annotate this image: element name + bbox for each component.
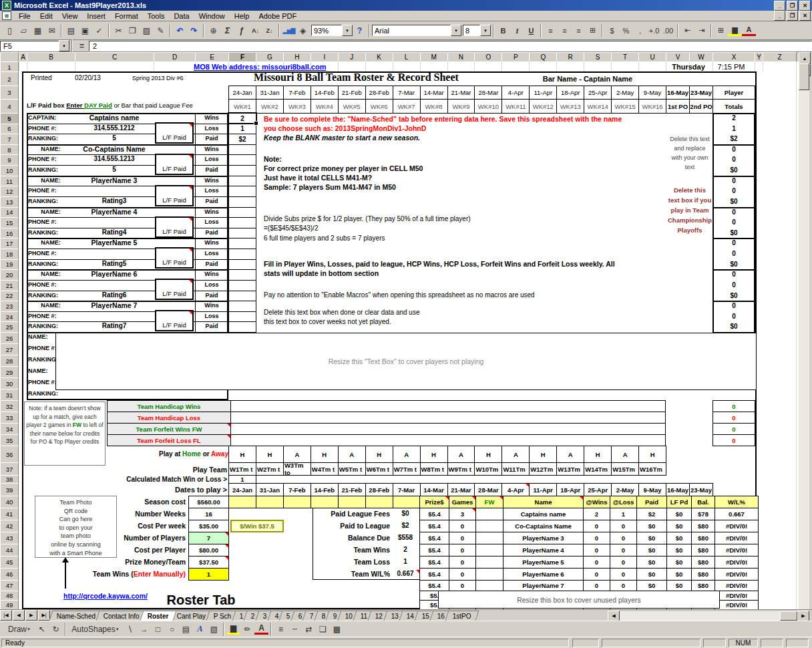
home-away-cell[interactable]: H (420, 446, 448, 463)
play-team-cell[interactable]: W7Tm t (393, 462, 421, 476)
column-header-U[interactable]: U (638, 52, 666, 62)
roster-table-cell[interactable]: 0 (449, 544, 476, 556)
print-icon[interactable]: ▤ (64, 24, 78, 37)
games-week-cell[interactable] (311, 496, 339, 508)
column-header-I[interactable]: I (311, 52, 339, 62)
hyperlink-icon[interactable]: ⊕ (206, 24, 220, 37)
roster-table-cell[interactable]: Co-Captains Name (503, 520, 584, 532)
format-painter-icon[interactable]: ✎ (154, 24, 168, 37)
row-header-18[interactable]: 18 (0, 249, 19, 260)
arrow-style-icon[interactable]: ⇄ (302, 623, 316, 636)
sheet-tab-name-sched[interactable]: Name-Sched (49, 611, 104, 621)
email-icon[interactable]: ✉ (45, 24, 59, 37)
menu-insert[interactable]: Insert (82, 11, 110, 21)
zoom-dropdown-icon[interactable]: ▼ (342, 25, 353, 36)
row-header-2[interactable]: 2 (0, 71, 19, 86)
align-center-button[interactable]: ≡ (558, 24, 572, 37)
clip-art-icon[interactable]: ▧ (207, 623, 221, 636)
home-away-cell[interactable]: H (228, 446, 256, 463)
week-entry-cell[interactable] (228, 207, 256, 218)
home-away-cell[interactable]: A (611, 446, 639, 463)
formula-input[interactable]: 2 (89, 41, 812, 51)
roster-table-cell[interactable]: $2 (636, 508, 667, 520)
menu-adobe-pdf[interactable]: Adobe PDF (254, 11, 301, 21)
select-objects-icon[interactable]: ↖ (35, 623, 49, 636)
roster-table-cell[interactable]: 0 (610, 520, 637, 532)
copy-icon[interactable]: ❐ (126, 24, 140, 37)
last-sheet-button[interactable]: ▶| (38, 610, 50, 621)
cost-value-cell[interactable]: $80.00 (188, 544, 229, 556)
row-header-7[interactable]: 7 (0, 134, 19, 145)
bold-button[interactable]: B (496, 24, 510, 37)
menu-help[interactable]: Help (230, 11, 254, 21)
row-header-34[interactable]: 34 (0, 423, 19, 435)
resize-players-textbox[interactable]: Resize this "Text Box" to cover players … (55, 333, 757, 390)
roster-table-cell[interactable]: 0 (583, 580, 610, 591)
print-preview-icon[interactable]: ▣ (78, 24, 92, 37)
play-team-cell[interactable]: W15Tm (611, 462, 639, 476)
vscroll-thumb[interactable] (799, 63, 809, 90)
home-away-cell[interactable]: A (501, 446, 530, 463)
row-header-32[interactable]: 32 (0, 400, 19, 412)
roster-table-cell[interactable]: PlayerName 3 (503, 532, 584, 544)
minimize-button[interactable]: _ (774, 1, 785, 11)
roster-table-cell[interactable]: $80 (691, 520, 715, 532)
lf-paid-box[interactable]: L/F Paid (155, 185, 194, 206)
roster-table-cell[interactable]: $5.4 (419, 580, 449, 591)
roster-table-cell[interactable]: $0 (636, 544, 667, 556)
column-header-D[interactable]: D (154, 52, 196, 62)
roster-table-cell[interactable]: 0 (449, 580, 476, 591)
roster-table-cell[interactable]: $80 (691, 544, 715, 556)
games-week-cell[interactable] (338, 496, 366, 508)
week-entry-cell[interactable] (228, 249, 256, 260)
cost-value-cell[interactable]: $35.00 (188, 520, 229, 532)
row-header-8[interactable]: 8 (0, 144, 19, 156)
title-bar[interactable]: X Microsoft Excel - Mast9Player2013.xls … (0, 0, 812, 11)
week-entry-cell[interactable] (228, 311, 256, 323)
week-entry-cell[interactable] (228, 321, 256, 333)
row-header-13[interactable]: 13 (0, 196, 19, 208)
column-header-G[interactable]: G (256, 52, 284, 62)
row-header-37[interactable]: 37 (0, 462, 19, 476)
autosum-icon[interactable]: Σ (220, 24, 234, 37)
week-entry-cell[interactable] (228, 238, 256, 249)
increase-decimal-button[interactable]: +.0 (647, 24, 661, 37)
save-icon[interactable]: ▦ (31, 24, 45, 37)
home-away-cell[interactable]: H (256, 446, 284, 463)
roster-table-cell[interactable]: #DIV/0! (715, 556, 759, 569)
play-team-cell[interactable]: W16Tm (638, 462, 666, 476)
borders-button[interactable]: ⊞ (714, 24, 728, 37)
prev-sheet-button[interactable]: ◀ (13, 610, 25, 621)
increase-indent-button[interactable]: ⇥ (694, 24, 708, 37)
play-team-cell[interactable]: W5Tm t (338, 462, 366, 476)
help-icon[interactable]: ? (353, 24, 367, 37)
cost-value-cell[interactable]: 7 (188, 532, 229, 544)
roster-table-cell[interactable]: 0 (610, 544, 637, 556)
row-header-26[interactable]: 26 (0, 332, 19, 344)
roster-table-cell[interactable]: 0 (449, 532, 476, 544)
roster-table-cell[interactable] (475, 556, 503, 569)
week-entry-cell[interactable] (228, 269, 256, 281)
comma-style-button[interactable]: , (633, 24, 647, 37)
lf-paid-box[interactable]: L/F Paid (155, 154, 194, 175)
roster-table-cell[interactable] (475, 580, 503, 591)
roster-table-cell[interactable]: $5.4 (419, 568, 449, 581)
underline-button[interactable]: U (524, 24, 538, 37)
roster-table-cell[interactable]: $0 (636, 532, 667, 544)
week-entry-cell[interactable] (228, 144, 256, 156)
row-header-11[interactable]: 11 (0, 176, 19, 187)
scroll-up-button[interactable]: ▲ (799, 52, 811, 64)
play-team-cell[interactable]: W4Tm t (311, 462, 339, 476)
drawing-icon[interactable]: ◈ (296, 24, 310, 37)
decrease-decimal-button[interactable]: .00 (661, 24, 675, 37)
row-header-24[interactable]: 24 (0, 311, 19, 323)
merge-and-center-button[interactable]: ⊞ (586, 24, 600, 37)
row-header-36[interactable]: 36 (0, 446, 19, 463)
team-stat-strip[interactable] (230, 423, 666, 435)
row-header-3[interactable]: 3 (0, 86, 19, 100)
week-entry-cell[interactable] (228, 291, 256, 302)
menu-file[interactable]: File (14, 11, 35, 21)
home-away-cell[interactable]: H (365, 446, 393, 463)
roster-table-cell[interactable]: 0 (610, 556, 637, 569)
column-header-S[interactable]: S (584, 52, 612, 62)
